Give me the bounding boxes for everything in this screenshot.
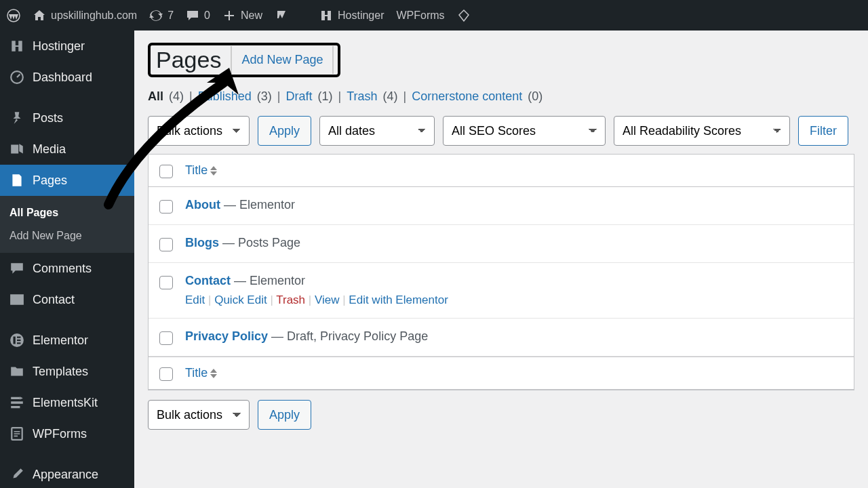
action-quick-edit[interactable]: Quick Edit (214, 293, 267, 306)
action-edit-elementor[interactable]: Edit with Elementor (349, 293, 448, 306)
diamond-icon (457, 9, 471, 22)
sort-icon (210, 166, 217, 176)
page-title-link[interactable]: Blogs (185, 236, 219, 249)
tablenav-bottom: Bulk actions Apply (148, 400, 854, 430)
sidebar-item-comments[interactable]: Comments (0, 253, 134, 284)
page-heading-highlight: Pages Add New Page (148, 43, 340, 77)
seo-filter-select[interactable]: All SEO Scores (443, 116, 606, 146)
sidebar-item-media[interactable]: Media (0, 134, 134, 165)
table-header: Title (149, 154, 854, 187)
filter-trash[interactable]: Trash (347, 89, 377, 104)
action-view[interactable]: View (315, 293, 340, 306)
page-title-link[interactable]: About (185, 198, 220, 211)
apply-button-bottom[interactable]: Apply (258, 400, 311, 430)
yoast-icon (275, 9, 288, 22)
svg-rect-6 (17, 340, 21, 341)
sidebar-item-appearance[interactable]: Appearance (0, 459, 134, 488)
svg-rect-4 (14, 337, 16, 344)
admin-sidebar: Hostinger Dashboard Posts Media Pages Al… (0, 30, 134, 488)
wpforms-icon (9, 426, 24, 441)
svg-rect-2 (11, 295, 23, 304)
row-checkbox[interactable] (159, 276, 173, 289)
content-area: Pages Add New Page All (4) | Published (… (134, 30, 868, 488)
hostinger-icon (9, 39, 24, 54)
action-trash[interactable]: Trash (276, 293, 305, 306)
toolbar-yoast[interactable] (275, 9, 288, 22)
row-actions: Edit | Quick Edit | Trash | View | Edit … (185, 293, 448, 307)
sidebar-item-hostinger[interactable]: Hostinger (0, 30, 134, 62)
toolbar-diamond[interactable] (457, 9, 471, 22)
bulk-actions-select[interactable]: Bulk actions (148, 116, 250, 146)
status-filter-links: All (4) | Published (3) | Draft (1) | Tr… (148, 89, 854, 104)
row-checkbox[interactable] (159, 331, 173, 345)
column-title-footer[interactable]: Title (185, 366, 217, 380)
column-title[interactable]: Title (185, 163, 217, 178)
table-row: About — Elementor (149, 187, 854, 225)
bulk-actions-select-bottom[interactable]: Bulk actions (148, 400, 250, 430)
tablenav-top: Bulk actions Apply All dates All SEO Sco… (148, 116, 854, 146)
sidebar-item-wpforms[interactable]: WPForms (0, 418, 134, 449)
row-checkbox[interactable] (159, 238, 173, 251)
filter-draft[interactable]: Draft (285, 89, 312, 104)
comment-icon (9, 261, 24, 276)
toolbar-updates[interactable]: 7 (149, 9, 174, 22)
select-all-checkbox[interactable] (159, 165, 173, 178)
filter-button[interactable]: Filter (798, 116, 848, 146)
sidebar-item-posts[interactable]: Posts (0, 102, 134, 134)
sidebar-sub-all-pages[interactable]: All Pages (0, 201, 134, 224)
page-title-link[interactable]: Contact (185, 274, 231, 287)
table-row: Privacy Policy — Draft, Privacy Policy P… (149, 319, 854, 357)
toolbar-wpforms[interactable]: WPForms (397, 9, 445, 22)
table-row: Contact — Elementor Edit | Quick Edit | … (149, 263, 854, 319)
sidebar-item-pages[interactable]: Pages (0, 165, 134, 196)
hostinger-icon (319, 9, 333, 22)
sort-icon (210, 369, 217, 378)
table-row: Blogs — Posts Page (149, 225, 854, 263)
select-all-checkbox-footer[interactable] (159, 367, 173, 381)
plus-icon (222, 9, 236, 22)
home-icon (33, 9, 46, 22)
add-new-page-button[interactable]: Add New Page (231, 46, 334, 74)
table-footer: Title (149, 357, 854, 390)
page-title-link[interactable]: Privacy Policy (185, 329, 268, 343)
sidebar-item-contact[interactable]: Contact (0, 284, 134, 315)
elementor-icon (9, 333, 24, 348)
wp-logo[interactable] (7, 9, 20, 22)
readability-filter-select[interactable]: All Readability Scores (614, 116, 790, 146)
apply-button[interactable]: Apply (258, 116, 311, 146)
toolbar-comments[interactable]: 0 (186, 9, 210, 22)
pages-table: Title About — Elementor Blogs — Posts Pa… (148, 154, 854, 390)
sidebar-item-dashboard[interactable]: Dashboard (0, 62, 134, 93)
elementskit-icon (9, 395, 24, 410)
toolbar-new[interactable]: New (222, 9, 262, 22)
folder-icon (9, 364, 24, 379)
admin-toolbar: upskillinghub.com 7 0 New Hostinger WPFo… (0, 0, 868, 30)
pin-icon (9, 110, 24, 125)
page-icon (9, 173, 24, 188)
filter-cornerstone[interactable]: Cornerstone content (412, 89, 522, 104)
dashboard-icon (9, 70, 24, 85)
page-title: Pages (151, 45, 226, 75)
sidebar-sub-add-new[interactable]: Add New Page (0, 224, 134, 247)
filter-published[interactable]: Published (198, 89, 252, 104)
toolbar-hostinger[interactable]: Hostinger (319, 9, 384, 22)
dates-filter-select[interactable]: All dates (319, 116, 435, 146)
filter-all[interactable]: All (148, 89, 163, 104)
sidebar-item-elementor[interactable]: Elementor (0, 325, 134, 356)
svg-rect-7 (17, 342, 21, 344)
sidebar-item-elementskit[interactable]: ElementsKit (0, 387, 134, 418)
action-edit[interactable]: Edit (185, 293, 205, 306)
row-checkbox[interactable] (159, 200, 173, 214)
update-icon (149, 9, 163, 22)
brush-icon (9, 467, 24, 482)
sidebar-item-templates[interactable]: Templates (0, 356, 134, 387)
toolbar-site-name[interactable]: upskillinghub.com (33, 9, 137, 22)
mail-icon (9, 292, 24, 307)
sidebar-submenu-pages: All Pages Add New Page (0, 196, 134, 253)
media-icon (9, 142, 24, 157)
svg-rect-5 (17, 337, 21, 338)
comment-icon (186, 9, 199, 22)
